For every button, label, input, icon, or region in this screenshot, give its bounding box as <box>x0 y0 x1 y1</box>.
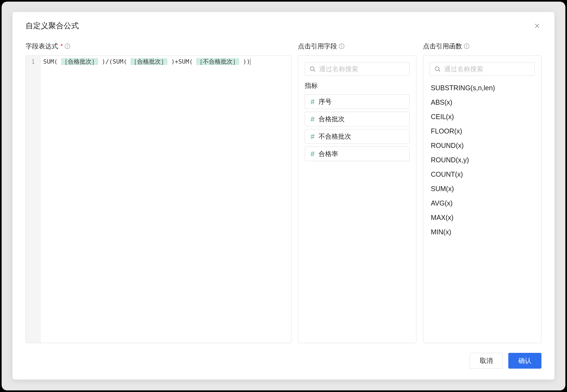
editor-gutter: 1 <box>26 56 40 343</box>
fields-search-input[interactable] <box>319 65 405 73</box>
function-item[interactable]: MAX(x) <box>430 211 535 224</box>
hash-icon: # <box>310 115 315 123</box>
info-icon[interactable] <box>464 43 470 49</box>
fields-search[interactable] <box>305 62 410 76</box>
formula-punct: )/(SUM( <box>98 58 130 65</box>
hash-icon: # <box>310 150 315 158</box>
function-item[interactable]: AVG(x) <box>430 197 535 210</box>
functions-panel: SUBSTRING(s,n,len)ABS(x)CEIL(x)FLOOR(x)R… <box>423 55 541 343</box>
functions-label: 点击引用函数 <box>423 42 541 51</box>
function-item[interactable]: SUM(x) <box>430 182 535 195</box>
function-list: SUBSTRING(s,n,len)ABS(x)CEIL(x)FLOOR(x)R… <box>430 81 535 239</box>
formula-field-ref: ［合格批次］ <box>61 58 98 65</box>
field-item-label: 合格批次 <box>319 115 345 123</box>
function-item[interactable]: FLOOR(x) <box>430 125 535 138</box>
functions-column: 点击引用函数 SUBSTRING(s,n,l <box>423 42 541 343</box>
svg-point-7 <box>341 45 342 45</box>
expression-label: 字段表达式 * <box>26 42 291 51</box>
field-list: #序号#合格批次#不合格批次#合格率 <box>305 94 410 161</box>
formula-punct: )+SUM( <box>167 58 196 65</box>
formula-function: SUM <box>43 58 54 65</box>
formula-punct: ( <box>54 58 61 65</box>
fields-panel: 指标 #序号#合格批次#不合格批次#合格率 <box>298 55 416 343</box>
expression-column: 字段表达式 * 1 SUM( ［合格批次］ )/(SUM( ［合格批次］ )+S… <box>26 42 291 343</box>
required-mark: * <box>60 42 63 50</box>
svg-point-4 <box>67 45 68 45</box>
field-item[interactable]: #合格批次 <box>305 112 410 126</box>
custom-aggregate-modal: 自定义聚合公式 字段表达式 * <box>13 12 554 379</box>
close-icon <box>534 23 540 29</box>
fields-label-text: 点击引用字段 <box>298 42 337 51</box>
line-number: 1 <box>26 57 40 66</box>
confirm-button[interactable]: 确认 <box>508 353 541 369</box>
functions-search-input[interactable] <box>444 65 530 73</box>
hash-icon: # <box>310 98 315 106</box>
functions-label-text: 点击引用函数 <box>423 42 462 51</box>
function-item[interactable]: ROUND(x,y) <box>430 153 535 167</box>
cancel-button[interactable]: 取消 <box>470 353 503 369</box>
info-icon[interactable] <box>339 43 345 49</box>
field-item-label: 序号 <box>319 97 332 106</box>
svg-point-8 <box>310 67 314 71</box>
field-item[interactable]: #合格率 <box>305 147 410 161</box>
editor-cursor <box>250 59 250 65</box>
hash-icon: # <box>310 132 315 141</box>
svg-point-13 <box>435 67 439 71</box>
function-item[interactable]: MIN(x) <box>430 225 535 239</box>
editor-content[interactable]: SUM( ［合格批次］ )/(SUM( ［合格批次］ )+SUM( ［不合格批次… <box>40 56 291 343</box>
functions-search[interactable] <box>430 62 535 76</box>
field-item[interactable]: #不合格批次 <box>305 129 410 144</box>
search-icon <box>309 66 316 72</box>
expression-label-text: 字段表达式 <box>26 42 58 51</box>
formula-field-ref: ［不合格批次］ <box>196 58 239 65</box>
field-item[interactable]: #序号 <box>305 94 410 109</box>
formula-field-ref: ［合格批次］ <box>130 58 167 65</box>
info-icon[interactable] <box>64 43 70 49</box>
svg-point-12 <box>466 45 467 45</box>
formula-editor[interactable]: 1 SUM( ［合格批次］ )/(SUM( ［合格批次］ )+SUM( ［不合格… <box>26 55 291 343</box>
fields-label: 点击引用字段 <box>298 42 416 51</box>
svg-line-9 <box>314 70 315 71</box>
function-item[interactable]: CEIL(x) <box>430 110 535 123</box>
field-item-label: 合格率 <box>319 150 338 158</box>
close-button[interactable] <box>533 21 541 30</box>
formula-punct: )) <box>239 58 250 65</box>
modal-title: 自定义聚合公式 <box>26 21 79 31</box>
modal-body: 字段表达式 * 1 SUM( ［合格批次］ )/(SUM( ［合格批次］ )+S… <box>13 33 554 343</box>
fields-column: 点击引用字段 指标 #序号# <box>298 42 416 343</box>
fields-group-label: 指标 <box>305 81 410 90</box>
search-icon <box>434 66 441 72</box>
function-item[interactable]: COUNT(x) <box>430 168 535 181</box>
svg-line-14 <box>439 70 440 71</box>
function-item[interactable]: ABS(x) <box>430 96 535 109</box>
modal-footer: 取消 确认 <box>13 343 554 379</box>
field-item-label: 不合格批次 <box>319 132 351 141</box>
function-item[interactable]: SUBSTRING(s,n,len) <box>430 81 535 95</box>
function-item[interactable]: ROUND(x) <box>430 139 535 152</box>
modal-header: 自定义聚合公式 <box>13 12 554 33</box>
